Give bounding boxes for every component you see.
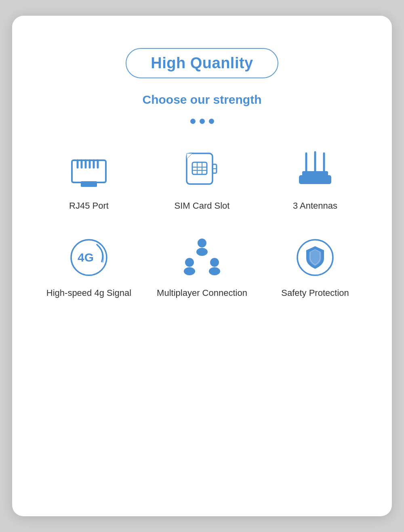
svg-point-26 — [184, 267, 195, 275]
feature-rj45-port: RJ45 Port — [36, 148, 141, 211]
svg-rect-20 — [302, 171, 328, 176]
sim-label: SIM Card Slot — [175, 201, 230, 211]
4g-icon: 4G — [67, 235, 111, 280]
feature-sim-card-slot: SIM Card Slot — [149, 148, 255, 211]
svg-rect-8 — [187, 153, 213, 184]
dot-3 — [209, 119, 214, 124]
multiplayer-icon — [180, 235, 224, 280]
feature-multiplayer-connection: Multiplayer Connection — [149, 235, 255, 298]
svg-rect-9 — [192, 162, 207, 174]
4g-label: High-speed 4g Signal — [46, 288, 131, 298]
svg-rect-7 — [81, 181, 97, 187]
rj45-icon — [67, 148, 111, 193]
shield-icon — [293, 235, 337, 280]
rj45-label: RJ45 Port — [69, 201, 109, 211]
main-card: High Quanlity Choose our strength — [12, 16, 392, 516]
subtitle: Choose our strength — [142, 93, 261, 107]
antenna-label: 3 Antennas — [293, 201, 337, 211]
shield-label: Safety Protection — [281, 288, 349, 298]
sim-icon — [180, 148, 224, 193]
feature-safety-protection: Safety Protection — [263, 235, 368, 298]
title-badge: High Quanlity — [126, 48, 278, 78]
svg-point-27 — [210, 258, 219, 267]
svg-rect-19 — [299, 175, 331, 184]
svg-text:4G: 4G — [78, 251, 94, 264]
antenna-icon — [293, 148, 337, 193]
svg-point-23 — [198, 239, 206, 247]
features-grid: RJ45 Port — [36, 148, 368, 298]
dots-decoration — [190, 119, 214, 124]
dot-2 — [200, 119, 205, 124]
dot-1 — [190, 119, 196, 124]
feature-3-antennas: 3 Antennas — [263, 148, 368, 211]
feature-4g-signal: 4G High-speed 4g Signal — [36, 235, 141, 298]
svg-point-24 — [196, 248, 208, 256]
multiplayer-label: Multiplayer Connection — [157, 288, 247, 298]
page-title: High Quanlity — [151, 54, 253, 71]
svg-point-25 — [185, 258, 194, 267]
svg-point-28 — [209, 267, 220, 275]
